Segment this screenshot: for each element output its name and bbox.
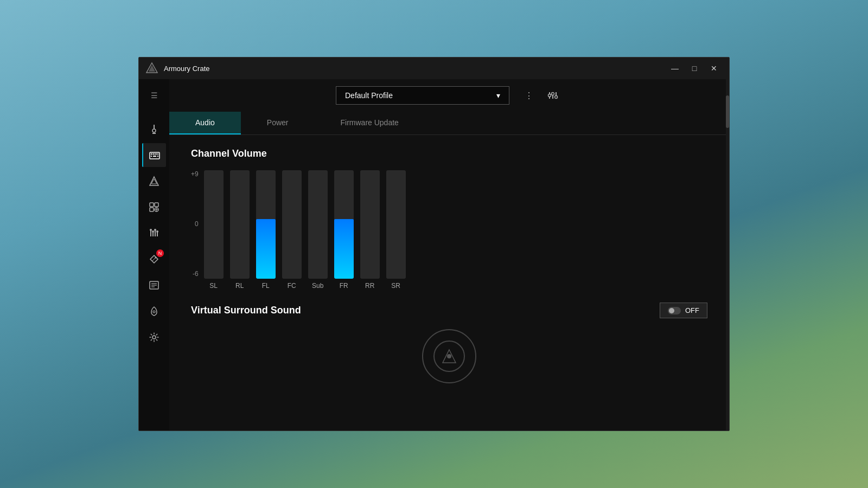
sidebar-item-sysinfo[interactable] <box>142 273 166 297</box>
scenario-icon <box>149 202 159 213</box>
bar-wrapper-fr[interactable]: FR <box>334 170 354 290</box>
svg-rect-16 <box>155 203 158 207</box>
sidebar-item-armoury[interactable] <box>142 299 166 323</box>
sidebar-item-menu[interactable]: ☰ <box>142 84 166 107</box>
channel-volume-section: Channel Volume +9 0 -6 SLRLFLFCSubFRRRSR <box>191 148 707 290</box>
toggle-indicator <box>668 307 681 314</box>
bar-track-sr <box>386 170 406 279</box>
svg-point-27 <box>154 229 156 231</box>
title-bar: Armoury Crate — □ ✕ <box>139 57 729 79</box>
svg-rect-15 <box>150 203 154 207</box>
sidebar-item-scenario[interactable] <box>142 195 166 219</box>
profile-label: Default Profile <box>345 91 393 100</box>
bar-label-sl: SL <box>209 282 218 290</box>
minimize-button[interactable]: — <box>666 61 684 76</box>
bar-wrapper-rr[interactable]: RR <box>360 170 380 290</box>
svg-rect-10 <box>151 156 152 157</box>
bar-label-sub: Sub <box>312 282 323 290</box>
top-bar: Default Profile ▾ ⋮ <box>169 79 729 112</box>
window-controls: — □ ✕ <box>666 61 723 76</box>
bar-track-rl <box>230 170 250 279</box>
sidebar-item-settings[interactable] <box>142 325 166 349</box>
channel-volume-title: Channel Volume <box>191 148 707 159</box>
bar-track-fl <box>256 170 276 279</box>
svg-rect-11 <box>153 156 156 157</box>
svg-point-42 <box>555 96 558 99</box>
mixer-button[interactable] <box>543 86 563 105</box>
main-window: Armoury Crate — □ ✕ ☰ <box>138 57 730 431</box>
more-icon: ⋮ <box>525 91 533 101</box>
sysinfo-icon <box>149 280 159 291</box>
svg-point-45 <box>447 354 451 358</box>
svg-point-28 <box>156 230 158 233</box>
svg-rect-9 <box>157 153 158 155</box>
svg-marker-13 <box>150 177 158 185</box>
keyboard-icon <box>149 149 161 161</box>
bar-wrapper-sub[interactable]: Sub <box>308 170 328 290</box>
bar-track-fc <box>282 170 302 279</box>
armoury-icon <box>149 306 159 317</box>
virtual-surround-title: Virtual Surround Sound <box>191 305 301 316</box>
toggle-label: OFF <box>685 306 699 314</box>
bar-label-fc: FC <box>288 282 296 290</box>
channel-volume-graph: +9 0 -6 SLRLFLFCSubFRRRSR <box>191 170 707 290</box>
window-body: ☰ <box>139 79 729 431</box>
app-logo <box>145 62 158 75</box>
bar-wrapper-sr[interactable]: SR <box>386 170 406 290</box>
scale-labels: +9 0 -6 <box>191 170 199 290</box>
bar-label-rl: RL <box>235 282 244 290</box>
top-bar-icons: ⋮ <box>519 86 563 105</box>
sidebar-item-deals[interactable]: N <box>142 247 166 271</box>
scale-mid: 0 <box>191 220 199 228</box>
svg-point-26 <box>152 230 154 233</box>
virtual-surround-toggle[interactable]: OFF <box>660 303 707 318</box>
close-button[interactable]: ✕ <box>705 61 723 76</box>
diagram-circle <box>422 329 476 383</box>
tab-firmware-update[interactable]: Firmware Update <box>315 112 425 134</box>
maximize-button[interactable]: □ <box>686 61 703 76</box>
bar-label-fr: FR <box>340 282 348 290</box>
aura-icon <box>149 176 159 187</box>
tab-audio[interactable]: Audio <box>169 112 241 134</box>
bar-track-sub <box>308 170 328 279</box>
svg-point-25 <box>150 229 152 231</box>
bar-wrapper-fl[interactable]: FL <box>256 170 276 290</box>
bar-track-rr <box>360 170 380 279</box>
equalizer-icon <box>149 228 159 239</box>
svg-point-3 <box>152 129 156 132</box>
tabs: Audio Power Firmware Update <box>169 112 729 135</box>
svg-rect-6 <box>151 153 152 155</box>
surround-diagram <box>191 329 707 383</box>
svg-rect-17 <box>150 208 154 211</box>
bar-track-fr <box>334 170 354 279</box>
home-icon <box>149 124 159 134</box>
svg-rect-7 <box>153 153 155 155</box>
sidebar-item-home[interactable] <box>142 117 166 141</box>
scale-bot: -6 <box>191 270 199 278</box>
bar-track-sl <box>204 170 224 279</box>
bar-wrapper-fc[interactable]: FC <box>282 170 302 290</box>
svg-point-41 <box>552 93 554 95</box>
more-options-button[interactable]: ⋮ <box>519 86 539 105</box>
virtual-surround-section: Virtual Surround Sound OFF <box>191 303 707 318</box>
profile-dropdown[interactable]: Default Profile ▾ <box>336 86 509 105</box>
svg-point-40 <box>548 94 551 97</box>
bar-wrapper-sl[interactable]: SL <box>204 170 224 290</box>
scrollbar-track <box>726 79 729 431</box>
sidebar-item-device[interactable] <box>142 143 166 167</box>
scrollbar-thumb[interactable] <box>726 95 729 128</box>
svg-marker-1 <box>149 65 155 72</box>
deals-badge: N <box>156 249 164 257</box>
svg-line-30 <box>152 258 156 261</box>
svg-rect-12 <box>157 156 158 157</box>
sidebar-item-equalizer[interactable] <box>142 221 166 245</box>
sidebar-item-aura[interactable] <box>142 169 166 193</box>
bar-wrapper-rl[interactable]: RL <box>230 170 250 290</box>
bars-container: SLRLFLFCSubFRRRSR <box>204 170 406 290</box>
mixer-icon <box>547 90 558 101</box>
tab-power[interactable]: Power <box>241 112 315 134</box>
svg-point-35 <box>153 311 155 313</box>
bar-label-sr: SR <box>391 282 400 290</box>
svg-rect-8 <box>155 153 157 155</box>
bar-fill-fr <box>334 219 354 279</box>
